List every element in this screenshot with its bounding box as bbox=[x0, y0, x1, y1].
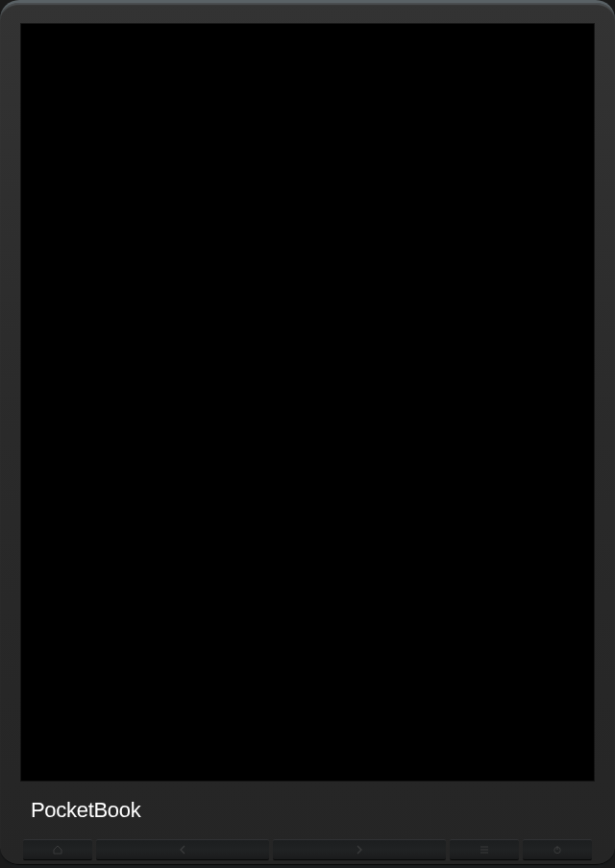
device-frame: PocketBook bbox=[0, 0, 615, 868]
power-icon bbox=[553, 845, 562, 855]
brand-logo: PocketBook bbox=[31, 798, 140, 823]
home-icon bbox=[53, 845, 62, 855]
screen[interactable] bbox=[20, 23, 595, 782]
next-page-button[interactable] bbox=[273, 839, 446, 860]
home-button[interactable] bbox=[23, 839, 92, 860]
chin-area: PocketBook bbox=[0, 779, 615, 865]
menu-button[interactable] bbox=[450, 839, 519, 860]
menu-icon bbox=[480, 845, 489, 855]
chevron-right-icon bbox=[356, 845, 363, 855]
chevron-left-icon bbox=[179, 845, 186, 855]
hardware-button-row bbox=[23, 839, 592, 860]
prev-page-button[interactable] bbox=[96, 839, 269, 860]
power-button[interactable] bbox=[523, 839, 592, 860]
